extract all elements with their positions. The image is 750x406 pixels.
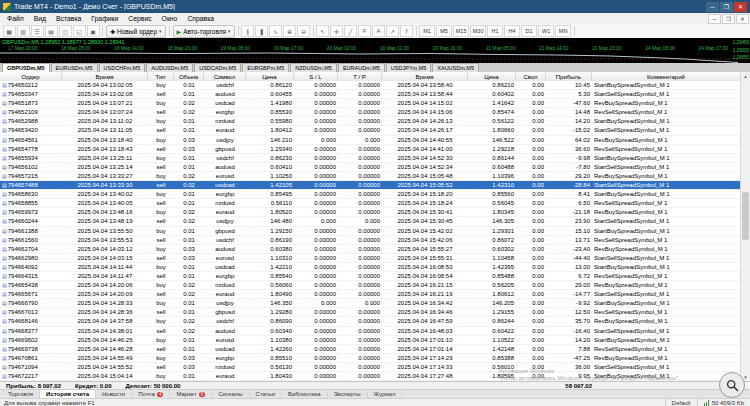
chart-tab[interactable]: EURGBPm,M5 — [242, 63, 289, 72]
menu-item[interactable]: Сервис — [123, 15, 156, 22]
line-chart-icon[interactable]: ∿ — [269, 25, 282, 37]
table-row[interactable]: ▤7946534202025.04.04 13:11:05sell0.01eur… — [0, 126, 741, 135]
chart-canvas[interactable]: GBPUSDm,M5 1.28952 1.28977 1.28930 1.289… — [0, 38, 750, 63]
crosshair-icon[interactable]: ✛ — [330, 25, 343, 37]
column-header[interactable]: Цена — [246, 72, 294, 81]
table-row[interactable]: ▤7946518732025.04.04 13:07:21buy0.02usdc… — [0, 99, 741, 108]
minimize-button[interactable]: ─ — [706, 2, 719, 12]
chart-tab[interactable]: GBPUSDm,M5 — [2, 63, 50, 72]
table-row[interactable]: ▤7946547782025.04.04 13:18:43sell0.03gbp… — [0, 145, 741, 154]
table-row[interactable]: ▤7946670132025.04.04 14:28:36sell0.01gbp… — [0, 308, 741, 317]
column-header[interactable]: Время — [62, 72, 148, 81]
column-header[interactable]: Прибыль — [546, 72, 592, 81]
connection-status[interactable]: 50 409/3 Kb — [697, 399, 750, 406]
child-minimize-button[interactable]: ─ — [708, 14, 721, 24]
column-header[interactable]: Время — [382, 72, 468, 81]
table-row[interactable]: ▤7946602442025.04.04 13:48:19sell0.02usd… — [0, 217, 741, 226]
data-window-icon[interactable]: ▤ — [45, 25, 58, 37]
table-row[interactable]: ▤7946561022025.04.04 13:25:14sell0.01aud… — [0, 163, 741, 172]
table-row[interactable]: ▤7946545612025.04.04 13:18:40buy0.03usdj… — [0, 136, 741, 145]
table-row[interactable]: ▤7946613882025.04.04 13:55:50buy0.01gbpu… — [0, 227, 741, 236]
strategy-tester-icon[interactable]: ▣ — [87, 25, 100, 37]
menu-item[interactable]: Графики — [86, 15, 123, 22]
menu-item[interactable]: Окно — [157, 15, 183, 22]
maximize-button[interactable]: ❐ — [720, 2, 733, 12]
timeframe-button[interactable]: M1 — [419, 25, 435, 37]
table-row[interactable]: ▤7946710942025.04.04 14:55:52sell0.03nzd… — [0, 363, 741, 372]
market-watch-icon[interactable]: ☰ — [31, 25, 44, 37]
chart-tab[interactable]: NZDUSDm,M5 — [290, 63, 337, 72]
bar-chart-icon[interactable]: ∥ — [241, 25, 254, 37]
chart-tab[interactable]: USDJPYm,M5 — [386, 63, 431, 72]
menu-item[interactable]: Вставка — [51, 15, 86, 22]
chart-tab[interactable]: XAUUSDm,M5 — [432, 63, 479, 72]
arrow-object-icon[interactable]: ↗ — [386, 25, 399, 37]
table-row[interactable]: ▤7946586302025.04.04 13:40:02buy0.01eurg… — [0, 190, 741, 199]
table-row[interactable]: ▤7946574882025.04.04 13:33:30sell0.02usd… — [0, 181, 741, 190]
table-row[interactable]: ▤7946654382025.04.04 14:20:06buy0.02nzdu… — [0, 281, 741, 290]
column-header[interactable]: Своп — [516, 72, 546, 81]
column-header[interactable]: Тип — [148, 72, 174, 81]
table-row[interactable]: ▤7946572152025.04.04 13:33:27buy0.02euru… — [0, 172, 741, 181]
table-row[interactable]: ▤7946615602025.04.04 13:55:53sell0.01usd… — [0, 236, 741, 245]
table-row[interactable]: ▤7946697382025.04.04 14:46:28sell0.01usd… — [0, 345, 741, 354]
table-row[interactable]: ▤7946629802025.04.04 14:03:15sell0.03eur… — [0, 254, 741, 263]
table-row[interactable]: ▤7946667902025.04.04 14:28:33buy0.01usdj… — [0, 299, 741, 308]
menu-item[interactable]: Справка — [182, 15, 219, 22]
column-header[interactable]: T / P — [338, 72, 382, 81]
new-order-button[interactable]: ✚Новый ордер▾ — [106, 25, 166, 38]
table-row[interactable]: ▤7946722172025.04.04 15:04:14buy0.01eura… — [0, 372, 741, 381]
child-restore-button[interactable]: ❐ — [722, 14, 735, 24]
table-row[interactable]: ▤7946681462025.04.04 14:37:58buy0.02usdc… — [0, 317, 741, 326]
scrollbar-thumb[interactable] — [742, 192, 749, 240]
chart-tab[interactable]: AUDUSDm,M5 — [146, 63, 193, 72]
menu-item[interactable]: Файл — [2, 15, 29, 22]
cursor-icon[interactable]: ↖ — [316, 25, 329, 37]
close-button[interactable]: ✕ — [734, 2, 747, 12]
fibonacci-icon[interactable]: F — [358, 25, 371, 37]
table-row[interactable]: ▤7946627042025.04.04 14:03:12buy0.03audu… — [0, 245, 741, 254]
autotrade-button[interactable]: ▶Авто-торговля▾ — [173, 25, 235, 38]
timeframe-button[interactable]: M30 — [470, 25, 486, 37]
column-header[interactable]: Объем — [174, 72, 204, 81]
table-row[interactable]: ▤7946695022025.04.04 14:46:25buy0.01euru… — [0, 336, 741, 345]
column-header[interactable]: Ордер — [0, 72, 62, 81]
table-row[interactable]: ▤7946643152025.04.04 14:11:47sell0.01eur… — [0, 272, 741, 281]
vertical-scrollbar[interactable]: ▲ ▼ — [740, 72, 750, 381]
text-label-icon[interactable]: A — [372, 25, 385, 37]
column-header[interactable]: Цена — [468, 72, 516, 81]
timeframe-button[interactable]: D1 — [521, 25, 537, 37]
column-header[interactable]: S / L — [294, 72, 338, 81]
column-header[interactable]: Символ — [204, 72, 246, 81]
timeframe-button[interactable]: MN — [555, 25, 571, 37]
candlestick-icon[interactable]: ❚ — [255, 25, 268, 37]
chart-tab[interactable]: EURUSDm,M5 — [51, 63, 98, 72]
profiles-icon[interactable]: ▥ — [17, 25, 30, 37]
column-header[interactable]: Комментарий — [592, 72, 741, 81]
chart-tab[interactable]: USDCADm,M5 — [194, 63, 241, 72]
profile-selector[interactable]: Default — [665, 399, 697, 406]
timeframe-button[interactable]: H1 — [487, 25, 503, 37]
new-chart-icon[interactable]: ▦ — [3, 25, 16, 37]
navigator-icon[interactable]: ◫ — [59, 25, 72, 37]
child-close-button[interactable]: ✕ — [736, 14, 749, 24]
terminal-icon[interactable]: ◱ — [73, 25, 86, 37]
timeframe-button[interactable]: H4 — [504, 25, 520, 37]
table-row[interactable]: ▤7946656712025.04.04 14:20:09sell0.02eur… — [0, 290, 741, 299]
menu-item[interactable]: Вид — [29, 15, 51, 22]
indicators-icon[interactable]: ƒ — [400, 25, 413, 37]
table-row[interactable]: ▤7946559342025.04.04 13:25:11buy0.01usdc… — [0, 154, 741, 163]
timeframe-button[interactable]: M15 — [453, 25, 469, 37]
table-row[interactable]: ▤7946599732025.04.04 13:48:16buy0.02eura… — [0, 208, 741, 217]
table-row[interactable]: ▤7946708612025.04.04 14:55:49buy0.03eurg… — [0, 354, 741, 363]
trendline-icon[interactable]: ╱ — [344, 25, 357, 37]
table-row[interactable]: ▤7946529882025.04.04 13:11:02buy0.01nzdu… — [0, 117, 741, 126]
table-row[interactable]: ▤7946502122025.04.04 13:02:05buy0.01usdc… — [0, 81, 741, 90]
chart-tab[interactable]: USDCHFm,M5 — [99, 63, 146, 72]
table-row[interactable]: ▤7946683772025.04.04 14:38:01sell0.02aud… — [0, 327, 741, 336]
zoom-overlay-button[interactable] — [719, 372, 745, 398]
chart-tab[interactable]: EURAUDm,M5 — [338, 63, 385, 72]
timeframe-button[interactable]: W1 — [538, 25, 554, 37]
table-row[interactable]: ▤7946521092025.04.04 13:07:24sell0.02eur… — [0, 108, 741, 117]
zoom-out-icon[interactable]: ⊖ — [297, 25, 310, 37]
